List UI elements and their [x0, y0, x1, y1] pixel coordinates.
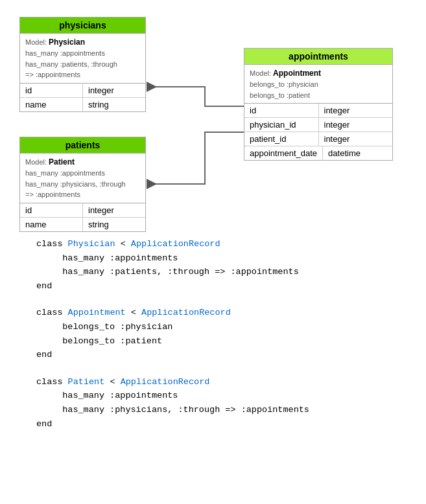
table-row: name string — [20, 98, 145, 111]
col-name: id — [20, 84, 83, 97]
code-line: class Physician < ApplicationRecord — [36, 237, 416, 251]
col-type: integer — [83, 203, 145, 217]
code-classname: Physician — [68, 239, 115, 249]
code-block-patient: class Patient < ApplicationRecord has_ma… — [36, 375, 416, 431]
code-rest: < — [126, 308, 141, 317]
code-line: end — [36, 417, 416, 431]
er-diagram: physicians Model: Physician has_many :ap… — [10, 10, 412, 224]
patients-header: patients — [20, 137, 145, 154]
col-type: string — [83, 218, 145, 231]
physicians-meta: Model: Physician has_many :appointments … — [20, 34, 145, 84]
code-block-physician: class Physician < ApplicationRecord has_… — [36, 237, 416, 293]
table-row: patient_id integer — [244, 132, 392, 146]
col-type: integer — [319, 132, 393, 146]
col-name: patient_id — [244, 132, 319, 146]
code-classname: Patient — [68, 377, 105, 387]
appointments-header: appointments — [244, 49, 392, 65]
table-row: name string — [20, 218, 145, 231]
col-name: name — [20, 98, 83, 111]
code-keyword: class — [36, 377, 68, 387]
code-keyword: class — [36, 308, 68, 317]
code-rest: < — [115, 239, 131, 249]
table-row: physician_id integer — [244, 118, 392, 132]
col-name: id — [244, 104, 319, 117]
code-block-appointment: class Appointment < ApplicationRecord be… — [36, 306, 416, 361]
code-section: class Physician < ApplicationRecord has_… — [10, 237, 416, 431]
col-name: appointment_date — [244, 146, 323, 160]
code-line: end — [36, 348, 416, 362]
code-line: belongs_to :physician — [36, 320, 416, 334]
code-line: has_many :physicians, :through => :appoi… — [36, 403, 416, 417]
arrow-physician — [147, 87, 244, 106]
col-type: integer — [83, 84, 145, 97]
code-keyword: class — [36, 239, 68, 249]
code-classname: ApplicationRecord — [121, 377, 210, 387]
code-classname: Appointment — [68, 308, 126, 317]
code-classname: ApplicationRecord — [131, 239, 220, 249]
appointments-table: appointments Model: Appointment belongs_… — [244, 48, 393, 161]
table-row: appointment_date datetime — [244, 146, 392, 160]
table-row: id integer — [20, 203, 145, 218]
col-type: datetime — [323, 146, 392, 160]
code-line: end — [36, 279, 416, 293]
col-name: id — [20, 203, 83, 217]
code-line: has_many :patients, :through => :appoint… — [36, 265, 416, 279]
col-type: string — [83, 98, 145, 111]
code-line: has_many :appointments — [36, 389, 416, 403]
patients-meta: Model: Patient has_many :appointments ha… — [20, 154, 145, 203]
col-name: name — [20, 218, 83, 231]
code-rest: < — [104, 377, 120, 387]
code-classname: ApplicationRecord — [141, 308, 231, 317]
patients-table: patients Model: Patient has_many :appoin… — [19, 137, 146, 232]
col-name: physician_id — [244, 118, 319, 132]
code-line: has_many :appointments — [36, 251, 416, 266]
col-type: integer — [319, 104, 393, 117]
physicians-table: physicians Model: Physician has_many :ap… — [19, 17, 146, 112]
col-type: integer — [319, 118, 393, 132]
appointments-meta: Model: Appointment belongs_to :physician… — [244, 65, 392, 104]
table-row: id integer — [20, 84, 145, 98]
arrow-patient — [147, 132, 244, 184]
code-line: class Patient < ApplicationRecord — [36, 375, 416, 389]
physicians-header: physicians — [20, 17, 145, 34]
code-line: belongs_to :patient — [36, 334, 416, 349]
table-row: id integer — [244, 104, 392, 118]
code-line: class Appointment < ApplicationRecord — [36, 306, 416, 320]
